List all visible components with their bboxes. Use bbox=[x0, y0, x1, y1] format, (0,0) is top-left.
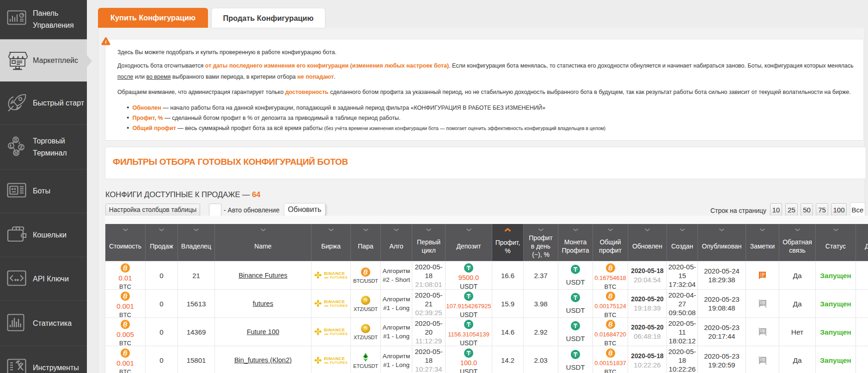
svg-text:FUTURES: FUTURES bbox=[330, 304, 348, 308]
svg-text:Ƶ: Ƶ bbox=[20, 144, 23, 149]
svg-text:FUTURES: FUTURES bbox=[330, 361, 348, 365]
svg-text:FUTURES: FUTURES bbox=[330, 275, 348, 280]
svg-text:B: B bbox=[14, 137, 17, 142]
svg-text:Ł: Ł bbox=[10, 143, 12, 148]
svg-text:M: M bbox=[14, 150, 18, 155]
svg-text:FUTURES: FUTURES bbox=[330, 332, 348, 336]
